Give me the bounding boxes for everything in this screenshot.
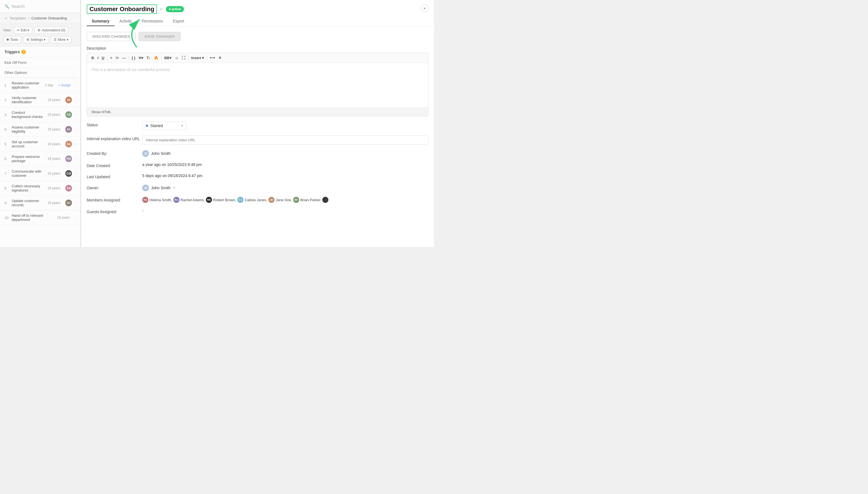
task-assign[interactable]: + Assign	[58, 83, 71, 87]
status-select[interactable]: Started ▾	[142, 121, 187, 130]
task-row[interactable]: 9 Update customer records 19 years UC ›	[0, 196, 80, 210]
list-tool[interactable]: ⁝≡	[114, 55, 120, 60]
task-name: Prepare welcome package	[12, 155, 45, 163]
video-url-input[interactable]	[142, 135, 429, 145]
panel-title-row: Customer Onboarding ✏ 4 active	[87, 4, 421, 14]
automations-icon: ⚙	[37, 28, 40, 32]
task-row[interactable]: 5 Set up customer account 19 years SA ›	[0, 137, 80, 152]
task-row[interactable]: 3 Conduct background checks 19 years CB …	[0, 108, 80, 122]
member-avatar[interactable]: RA	[174, 197, 180, 203]
member-name: Helena Smith,	[149, 198, 172, 202]
description-editor[interactable]: B I U ≡ ⁝≡ — { } H▾ T↕ 🔥 BB▾ ☺ ⛶ Insert …	[87, 53, 429, 117]
chevron-down-icon: ▾	[181, 124, 183, 128]
edit-pencil-icon[interactable]: ✏	[160, 7, 163, 12]
toolbar-sep-1	[107, 56, 107, 60]
task-name: Hand off to relevant department	[12, 213, 54, 222]
member-avatar[interactable]: BP	[293, 197, 299, 203]
active-badge: 4 active	[166, 6, 184, 12]
task-row[interactable]: 6 Prepare welcome package 19 years PW ›	[0, 152, 80, 166]
task-row[interactable]: 10 Hand off to relevant department 19 ye…	[0, 210, 80, 225]
status-dot-icon	[146, 125, 148, 127]
video-url-label: Internal explanation video URL	[87, 135, 142, 141]
member-avatar[interactable]: CJ	[237, 197, 243, 203]
editor-body[interactable]: This is a description of our wonderful p…	[87, 63, 428, 108]
insert-tool[interactable]: Insert ▾	[190, 55, 205, 60]
triggers-row: Triggers ?	[0, 46, 80, 58]
task-number: 6	[4, 157, 9, 161]
remove-format-tool[interactable]: ✕	[217, 55, 222, 60]
tab-permissions[interactable]: Permissions	[137, 17, 168, 26]
video-url-value	[142, 135, 429, 145]
italic-tool[interactable]: I	[96, 55, 100, 60]
search-bar[interactable]: 🔍 Search	[0, 0, 80, 13]
info-grid: Status Started ▾ Internal explanation vi…	[87, 121, 429, 214]
color-tool[interactable]: 🔥	[153, 55, 160, 60]
task-name: Assess customer eligibility	[12, 125, 45, 133]
chevron-right-icon: ›	[75, 142, 76, 146]
owner-name: John Smith	[151, 186, 170, 190]
kick-off-item-2[interactable]: Other Options	[4, 68, 76, 78]
task-row[interactable]: 2 Verify customer identification 19 year…	[0, 93, 80, 108]
member-avatar-extra[interactable]	[322, 197, 328, 203]
chevron-right-icon: ›	[75, 157, 76, 161]
heading-tool[interactable]: H▾	[138, 55, 144, 60]
task-name: Verify customer identification	[12, 96, 45, 104]
fullscreen-tool[interactable]: ⛶	[181, 55, 186, 60]
right-panel: Customer Onboarding ✏ 4 active Summary A…	[80, 0, 434, 247]
owner-avatar: JS	[142, 185, 149, 191]
automations-button[interactable]: ⚙ Automations (0)	[34, 27, 68, 34]
save-changes-button[interactable]: SAVE CHANGES	[139, 32, 181, 41]
members-label: Members Assigned:	[87, 197, 142, 202]
tab-activity[interactable]: Activity	[114, 17, 137, 26]
editor-placeholder: This is a description of our wonderful p…	[91, 68, 170, 72]
task-row[interactable]: 1 Review customer application 1 day + As…	[0, 78, 80, 93]
avatar: CW	[65, 170, 72, 177]
settings-button[interactable]: ⚙ Settings ▾	[23, 36, 48, 43]
align-tool[interactable]: ≡	[109, 55, 113, 60]
chevron-right-icon: ›	[75, 127, 76, 131]
underline-tool[interactable]: U	[101, 55, 105, 60]
member-avatar[interactable]: RB	[206, 197, 212, 203]
breadcrumb-separator: >	[28, 16, 30, 20]
kick-off-item-1[interactable]: Kick Off Form	[4, 58, 76, 68]
close-button[interactable]: ×	[421, 4, 429, 12]
chevron-right-icon: ›	[75, 172, 76, 175]
emoji-tool[interactable]: ☺	[174, 55, 180, 60]
avatar: UC	[65, 200, 72, 206]
editor-toolbar: B I U ≡ ⁝≡ — { } H▾ T↕ 🔥 BB▾ ☺ ⛶ Insert …	[87, 53, 428, 63]
code-tool[interactable]: { }	[131, 55, 137, 60]
task-name: Set up customer account	[12, 140, 45, 148]
guests-label: Guests Assigned:	[87, 208, 142, 214]
show-html-button[interactable]: Show HTML	[87, 108, 428, 116]
avatar: CB	[65, 111, 72, 118]
task-duration: 19 years	[48, 172, 60, 175]
search-icon: 🔍	[4, 4, 9, 8]
task-number: 5	[4, 142, 9, 146]
tools-button[interactable]: ✱ Tools	[3, 36, 21, 43]
creator-avatar: JS	[142, 150, 149, 157]
member-avatar[interactable]: HS	[142, 197, 148, 203]
expand-tool[interactable]: ⟷	[209, 55, 216, 60]
task-duration: 19 years	[48, 201, 60, 205]
tab-summary[interactable]: Summary	[87, 17, 114, 26]
more-button[interactable]: ☰ More ▾	[51, 36, 71, 43]
text-size-tool[interactable]: T↕	[146, 55, 152, 60]
variable-tool[interactable]: BB▾	[163, 55, 173, 60]
status-label: Status	[87, 121, 142, 127]
triggers-help[interactable]: ?	[21, 50, 26, 54]
member-avatar[interactable]: JD	[268, 197, 274, 203]
task-row[interactable]: 4 Assess customer eligibility 19 years A…	[0, 122, 80, 137]
discard-changes-button[interactable]: DISCARD CHANGES	[87, 32, 136, 41]
owner-row: JS John Smith ✏	[142, 185, 429, 191]
status-value: Started ▾	[142, 121, 429, 130]
edit-owner-icon[interactable]: ✏	[173, 186, 176, 190]
toolbar: View ✏ Edit ▾ ⚙ Automations (0) ✱ Tools …	[0, 24, 80, 46]
breadcrumb-templates[interactable]: Templates	[10, 16, 26, 20]
action-bar: DISCARD CHANGES SAVE CHANGES	[87, 32, 429, 41]
task-row[interactable]: 7 Communicate with customer 19 years CW …	[0, 166, 80, 181]
ordered-list-tool[interactable]: —	[121, 55, 127, 60]
tab-export[interactable]: Export	[168, 17, 189, 26]
edit-button[interactable]: ✏ Edit ▾	[14, 27, 33, 34]
bold-tool[interactable]: B	[90, 55, 95, 60]
task-row[interactable]: 8 Collect necessary signatures 19 years …	[0, 181, 80, 196]
